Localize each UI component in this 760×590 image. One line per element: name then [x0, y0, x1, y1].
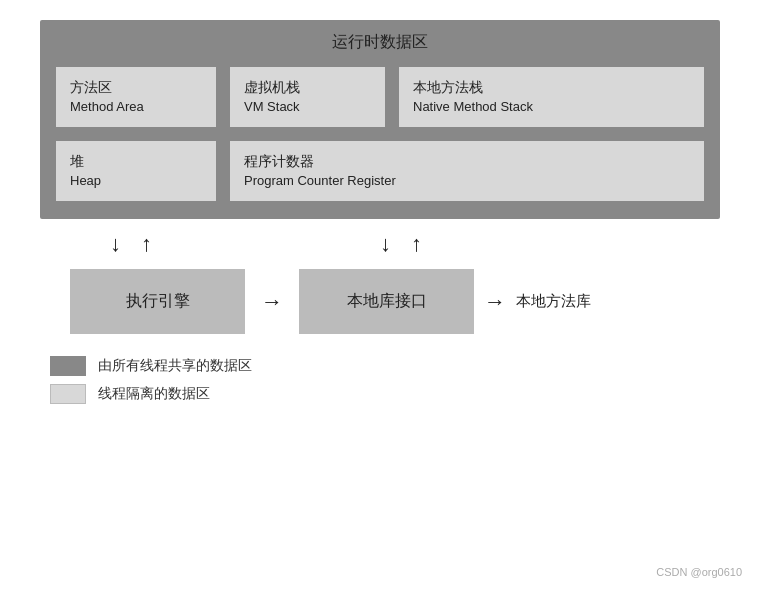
program-counter-en: Program Counter Register — [244, 172, 396, 190]
legend-item-dark: 由所有线程共享的数据区 — [50, 356, 720, 376]
arrow-down-left: ↓ — [110, 219, 121, 269]
native-stack-en: Native Method Stack — [413, 98, 533, 116]
arrow-right-native: → — [474, 289, 516, 315]
native-method-stack-box: 本地方法栈 Native Method Stack — [399, 67, 704, 127]
runtime-top-row: 方法区 Method Area 虚拟机栈 VM Stack 本地方法栈 Nati… — [56, 67, 704, 127]
program-counter-cn: 程序计数器 — [244, 152, 314, 172]
arrows-section: ↓ ↑ ↓ ↑ — [40, 219, 720, 269]
legend-text-dark: 由所有线程共享的数据区 — [98, 357, 252, 375]
legend-text-light: 线程隔离的数据区 — [98, 385, 210, 403]
legend-item-light: 线程隔离的数据区 — [50, 384, 720, 404]
legend-icon-light — [50, 384, 86, 404]
heap-en: Heap — [70, 172, 101, 190]
vm-stack-en: VM Stack — [244, 98, 300, 116]
runtime-bottom-row: 堆 Heap 程序计数器 Program Counter Register — [56, 141, 704, 201]
program-counter-box: 程序计数器 Program Counter Register — [230, 141, 704, 201]
arrow-right-exec: → — [245, 289, 299, 315]
arrow-group-right: ↓ ↑ — [380, 219, 422, 269]
arrow-up-right: ↑ — [411, 219, 422, 269]
vm-stack-cn: 虚拟机栈 — [244, 78, 300, 98]
legend: 由所有线程共享的数据区 线程隔离的数据区 — [40, 356, 720, 404]
heap-cn: 堆 — [70, 152, 84, 172]
runtime-title: 运行时数据区 — [56, 32, 704, 53]
native-stack-cn: 本地方法栈 — [413, 78, 483, 98]
arrow-group-left: ↓ ↑ — [110, 219, 152, 269]
heap-box: 堆 Heap — [56, 141, 216, 201]
arrow-up-left: ↑ — [141, 219, 152, 269]
method-area-box: 方法区 Method Area — [56, 67, 216, 127]
vm-stack-box: 虚拟机栈 VM Stack — [230, 67, 385, 127]
main-container: 运行时数据区 方法区 Method Area 虚拟机栈 VM Stack 本地方… — [30, 20, 730, 404]
native-interface-label: 本地库接口 — [347, 291, 427, 312]
native-lib-label: 本地方法库 — [516, 292, 591, 311]
runtime-area: 运行时数据区 方法区 Method Area 虚拟机栈 VM Stack 本地方… — [40, 20, 720, 219]
native-interface-box: 本地库接口 — [299, 269, 474, 334]
bottom-row: 执行引擎 → 本地库接口 → 本地方法库 — [40, 269, 720, 334]
arrow-down-right: ↓ — [380, 219, 391, 269]
legend-icon-dark — [50, 356, 86, 376]
method-area-en: Method Area — [70, 98, 144, 116]
exec-engine-label: 执行引擎 — [126, 291, 190, 312]
method-area-cn: 方法区 — [70, 78, 112, 98]
watermark: CSDN @org0610 — [656, 566, 742, 578]
exec-engine-box: 执行引擎 — [70, 269, 245, 334]
